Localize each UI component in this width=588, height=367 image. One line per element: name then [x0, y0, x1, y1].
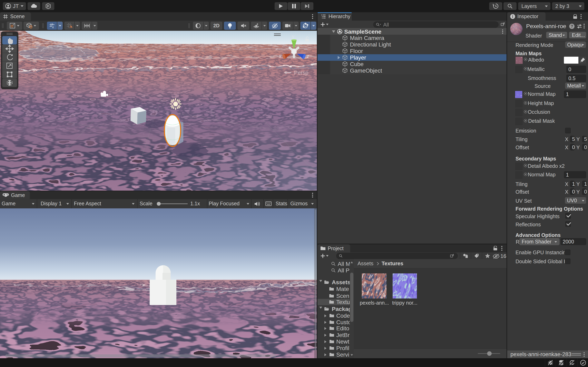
- svg-text:Y: Y: [52, 26, 54, 29]
- svg-text:z: z: [307, 53, 309, 59]
- svg-text:Persp: Persp: [294, 70, 309, 76]
- svg-text:?: ?: [571, 24, 573, 29]
- svg-text:y: y: [292, 34, 294, 39]
- svg-text:x: x: [279, 53, 281, 59]
